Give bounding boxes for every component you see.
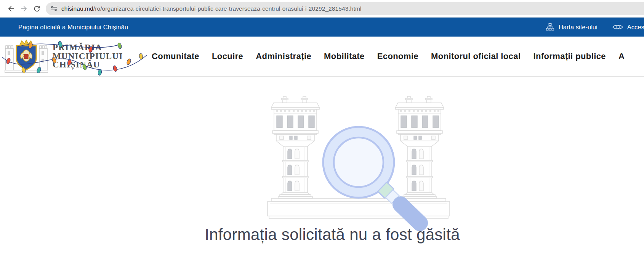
site-header: PRIMĂRIA MUNICIPIULUI CHIȘINĂU — [0, 37, 644, 77]
nav-item[interactable]: Economie — [377, 51, 418, 61]
accessibility-label: Accesibilitate — [627, 24, 644, 31]
nav-item[interactable]: Informații publice — [533, 51, 606, 61]
url-path: /ro/organizarea-circulatiei-transportulu… — [93, 5, 362, 12]
not-found-illustration — [0, 96, 644, 222]
eye-icon — [612, 23, 623, 31]
browser-toolbar: chisinau.md/ro/organizarea-circulatiei-t… — [0, 0, 644, 18]
official-topbar: Pagina oficială a Municipiului Chișinău … — [0, 18, 644, 37]
nav-item[interactable]: Comunitate — [152, 51, 199, 61]
forward-icon — [20, 5, 28, 13]
nav-item[interactable]: Locuire — [212, 51, 243, 61]
water-towers-magnifier-illustration — [268, 96, 450, 230]
logo-line-2: MUNICIPIULUI — [53, 52, 123, 61]
forward-button[interactable] — [18, 2, 30, 15]
topbar-links: Harta site-ului Accesibilitate — [545, 18, 644, 37]
official-tagline: Pagina oficială a Municipiului Chișinău — [18, 24, 128, 31]
accessibility-link[interactable]: Accesibilitate — [612, 23, 644, 31]
logo-text: PRIMĂRIA MUNICIPIULUI CHIȘINĂU — [53, 43, 123, 69]
reload-icon — [33, 5, 41, 13]
main-navigation: ComunitateLocuireAdministrațieMobilitate… — [152, 51, 644, 61]
nav-item[interactable]: Mobilitate — [324, 51, 365, 61]
left-water-tower — [271, 96, 319, 198]
city-hall-logo[interactable]: PRIMĂRIA MUNICIPIULUI CHIȘINĂU — [5, 40, 144, 73]
nav-item[interactable]: Administrație — [256, 51, 311, 61]
not-found-page: Informația solicitată nu a fost găsită — [0, 96, 644, 244]
coat-of-arms-icon — [5, 40, 48, 73]
back-icon — [7, 5, 15, 13]
nav-item[interactable]: A — [618, 51, 625, 61]
back-button[interactable] — [5, 2, 18, 15]
right-water-tower — [396, 96, 444, 198]
reload-button[interactable] — [30, 2, 43, 15]
site-settings-icon[interactable] — [50, 5, 58, 12]
logo-line-1: PRIMĂRIA — [53, 43, 123, 52]
logo-line-3: CHIȘINĂU — [53, 61, 123, 69]
nav-item[interactable]: Monitorul oficial local — [431, 51, 521, 61]
sitemap-icon — [545, 22, 555, 32]
sitemap-link[interactable]: Harta site-ului — [545, 22, 598, 32]
url-text: chisinau.md/ro/organizarea-circulatiei-t… — [61, 5, 362, 12]
address-bar[interactable]: chisinau.md/ro/organizarea-circulatiei-t… — [46, 2, 644, 15]
sitemap-label: Harta site-ului — [559, 24, 598, 31]
url-domain: chisinau.md — [61, 5, 93, 12]
not-found-heading: Informația solicitată nu a fost găsită — [10, 226, 644, 244]
